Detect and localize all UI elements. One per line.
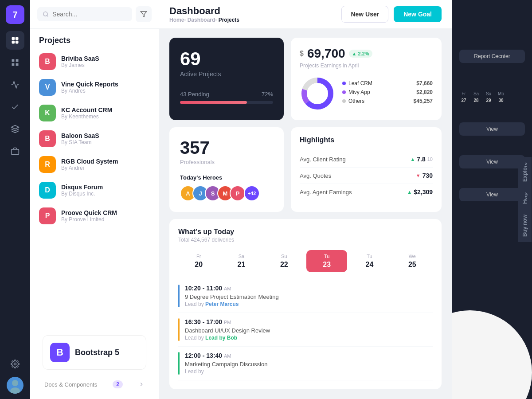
mini-cal-day-su: Su [484,91,493,96]
main-content: Dashboard Home- Dashboard- Projects New … [159,0,452,399]
event-details: 10:20 - 11:00 AM 9 Degree Project Estima… [185,285,279,307]
sidebar-user-avatar[interactable] [7,377,23,394]
day-name: Sa [223,254,260,259]
sidebar-icon-layers[interactable] [6,120,24,138]
filter-button[interactable] [136,6,152,22]
project-list-item[interactable]: D Disqus Forum By Disqus Inc. [30,177,159,203]
sidebar-icon-dashboard[interactable] [6,31,24,50]
card-highlights: Highlights Avg. Client Rating ▲ 7.8 10 A… [291,127,442,212]
day-num: 25 [394,261,431,269]
earnings-chart-row: Leaf CRM Mivy App Others $7,660 [300,76,433,111]
svg-rect-2 [12,41,15,44]
cal-day[interactable]: Tu 24 [349,250,390,272]
legend-item-1: Mivy App [342,89,407,95]
bootstrap-icon: B [50,343,70,362]
stats-label: Professionals [180,159,273,165]
project-logo: D [39,182,56,199]
event-ampm: AM [224,286,231,291]
sidebar-avatar[interactable]: 7 [6,5,24,24]
event-name: 9 Degree Project Estimation Meeting [185,293,279,300]
heroes-section: Today's Heroes AJSMP+42 [180,174,273,201]
project-list-item[interactable]: K KC Account CRM By Keenthemes [30,100,159,126]
view-button-3[interactable]: View [459,188,525,201]
docs-label: Docs & Components [44,381,97,388]
event-time: 12:00 - 13:40 AM [185,352,267,359]
event-time: 10:20 - 11:00 AM [185,285,279,292]
progress-bar-fill [180,101,247,104]
mini-cal-num-2: 29 [484,98,493,103]
mini-cal-days: Fr Sa Su Mo [459,91,525,96]
day-num: 24 [351,261,388,269]
day-num: 21 [223,261,260,269]
project-info: Disqus Forum By Disqus Inc. [61,184,150,197]
event-lead: Lead by [185,368,267,375]
header-left: Dashboard Home- Dashboard- Projects [169,5,239,23]
view-button-2[interactable]: View [459,155,525,168]
highlight-name: Avg. Agent Earnings [300,189,352,196]
project-list-item[interactable]: B Briviba SaaS By James [30,49,159,74]
sidebar: 7 [0,0,30,399]
mini-cal-num-1: 28 [472,98,481,103]
sidebar-icon-settings[interactable] [6,355,24,373]
project-name: KC Account CRM [61,106,150,113]
cal-day[interactable]: Fr 20 [178,250,219,272]
hero-avatar: P [230,185,246,201]
project-by: By Disqus Inc. [61,191,150,197]
new-goal-button[interactable]: New Goal [394,6,442,22]
report-center-button[interactable]: Report Cecnter [459,50,525,63]
project-by: By James [61,62,150,68]
cal-day[interactable]: Sa 21 [221,250,262,272]
search-input[interactable] [52,11,127,18]
sidebar-icon-check[interactable] [6,98,24,116]
event-item: 16:30 - 17:00 PM Dashboard UI/UX Design … [178,313,433,347]
sidebar-icon-chart[interactable] [6,75,24,94]
bootstrap-card[interactable]: B Bootstrap 5 [43,335,146,370]
event-lead-link[interactable]: Peter Marcus [205,301,239,307]
view-button-1[interactable]: View [459,122,525,136]
legend-item-2: Others [342,98,407,104]
cal-day[interactable]: Su 22 [264,250,305,272]
event-lead-link[interactable]: Lead by Bob [205,335,237,341]
row-1: 69 Active Projects 43 Pending 72% $ 69,7… [169,38,442,120]
svg-rect-4 [12,59,15,62]
highlight-row: Avg. Client Rating ▲ 7.8 10 [300,151,433,168]
trend-down-icon: ▼ [416,173,421,178]
svg-marker-8 [12,125,19,129]
svg-point-13 [43,12,47,16]
project-list-item[interactable]: V Vine Quick Reports By Andres [30,74,159,100]
project-list-item[interactable]: R RGB Cloud System By Andrei [30,152,159,177]
svg-rect-6 [12,63,15,66]
svg-point-11 [12,380,18,386]
right-tab-buy[interactable]: Buy now [518,209,532,242]
card-stats: 357 Professionals Today's Heroes AJSMP+4… [169,127,284,212]
project-by: By Andrei [61,165,150,171]
legend-val-1: $2,820 [414,89,433,95]
day-num: 23 [308,261,345,269]
card-schedule: What's up Today Total 424,567 deliveries… [169,219,442,389]
mini-cal-num-0: 27 [459,98,468,103]
project-info: Briviba SaaS By James [61,55,150,68]
percent-label: 72% [262,91,273,98]
new-user-button[interactable]: New User [341,6,388,23]
projects-list: B Briviba SaaS By James V Vine Quick Rep… [30,49,159,229]
search-bar [30,0,159,29]
heroes-label: Today's Heroes [180,174,273,181]
cal-day[interactable]: Tu 23 [306,250,347,272]
event-ampm: PM [224,320,231,325]
svg-rect-1 [16,37,19,40]
highlight-name: Avg. Quotes [300,172,331,179]
project-list-item[interactable]: P Proove Quick CRM By Proove Limited [30,203,159,229]
cal-day[interactable]: We 25 [392,250,433,272]
bootstrap-title: Bootstrap 5 [75,348,119,357]
event-name: Marketing Campaign Discussion [185,361,267,368]
event-name: Dashboard UI/UX Design Review [185,327,270,334]
project-list-item[interactable]: B Baloon SaaS By SIA Team [30,126,159,152]
project-by: By Andres [61,88,150,94]
search-box[interactable] [37,7,132,21]
sidebar-icon-briefcase[interactable] [6,142,24,160]
sidebar-icon-grid[interactable] [6,53,24,72]
docs-row: Docs & Components 2 [35,377,153,395]
day-num: 22 [266,261,303,269]
project-by: By SIA Team [61,139,150,145]
legend-val-2: $45,257 [414,98,433,104]
